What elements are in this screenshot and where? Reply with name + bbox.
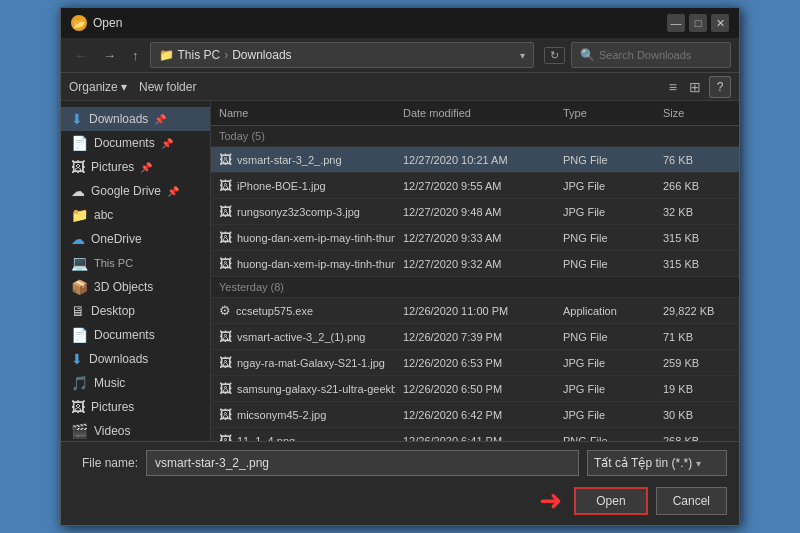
filetype-label: Tất cả Tệp tin (*.*) [594,456,692,470]
open-button[interactable]: Open [574,487,647,515]
file-size: 315 KB [655,227,725,248]
sidebar-label: Videos [94,424,130,438]
sidebar-label: Downloads [89,112,148,126]
3dobjects-icon: 📦 [71,279,88,295]
up-button[interactable]: ↑ [127,46,144,65]
file-row[interactable]: 🖼11_1_4.png 12/26/2020 6:41 PM PNG File … [211,428,739,441]
sidebar-label: Google Drive [91,184,161,198]
sidebar-item-videos[interactable]: 🎬 Videos [61,419,210,441]
file-size: 71 KB [655,326,725,347]
sidebar-item-abc[interactable]: 📁 abc [61,203,210,227]
back-button[interactable]: ← [69,46,92,65]
search-bar[interactable]: 🔍 [571,42,731,68]
file-name: 🖼11_1_4.png [211,430,395,441]
column-size[interactable]: Size [655,105,725,121]
file-name: 🖼ngay-ra-mat-Galaxy-S21-1.jpg [211,352,395,373]
jpg-icon: 🖼 [219,381,232,396]
sidebar-item-downloads2[interactable]: ⬇ Downloads [61,347,210,371]
main-content: ⬇ Downloads 📌 📄 Documents 📌 🖼 Pictures 📌… [61,101,739,441]
column-date[interactable]: Date modified [395,105,555,121]
sidebar-item-documents2[interactable]: 📄 Documents [61,323,210,347]
file-date: 12/26/2020 6:53 PM [395,352,555,373]
filetype-dropdown[interactable]: Tất cả Tệp tin (*.*) ▾ [587,450,727,476]
file-size: 315 KB [655,253,725,274]
column-extra [725,105,739,121]
open-dialog: 📂 Open — □ ✕ ← → ↑ 📁 This PC › Downloads… [60,7,740,526]
sidebar-item-googledrive[interactable]: ☁ Google Drive 📌 [61,179,210,203]
file-size: 268 KB [655,430,725,441]
file-row[interactable]: 🖼rungsonyz3z3comp-3.jpg 12/27/2020 9:48 … [211,199,739,225]
sidebar-item-desktop[interactable]: 🖥 Desktop [61,299,210,323]
sidebar-item-pictures2[interactable]: 🖼 Pictures [61,395,210,419]
maximize-button[interactable]: □ [689,14,707,32]
sidebar-label: Desktop [91,304,135,318]
sidebar-item-downloads-pinned[interactable]: ⬇ Downloads 📌 [61,107,210,131]
sidebar-item-thispc[interactable]: 💻 This PC [61,251,210,275]
search-input[interactable] [599,49,722,61]
breadcrumb: This PC › Downloads [178,48,517,62]
sidebar-label: Documents [94,136,155,150]
help-button[interactable]: ? [709,76,731,98]
dropdown-arrow-icon: ▾ [696,458,701,469]
file-type: JPG File [555,175,655,196]
forward-button[interactable]: → [98,46,121,65]
dialog-icon: 📂 [71,15,87,31]
column-name[interactable]: Name [211,105,395,121]
file-name: 🖼rungsonyz3z3comp-3.jpg [211,201,395,222]
pictures2-icon: 🖼 [71,399,85,415]
file-row[interactable]: 🖼vsmart-active-3_2_(1).png 12/26/2020 7:… [211,324,739,350]
file-row[interactable]: ⚙ccsetup575.exe 12/26/2020 11:00 PM Appl… [211,298,739,324]
file-size: 76 KB [655,149,725,170]
refresh-button[interactable]: ↻ [544,47,565,64]
file-date: 12/27/2020 9:33 AM [395,227,555,248]
sidebar-item-pictures[interactable]: 🖼 Pictures 📌 [61,155,210,179]
organize-button[interactable]: Organize ▾ [69,80,127,94]
file-list-header: Name Date modified Type Size [211,101,739,126]
address-bar[interactable]: 📁 This PC › Downloads ▾ [150,42,535,68]
dialog-title: Open [93,16,122,30]
view-grid-button[interactable]: ⊞ [685,77,705,97]
file-row[interactable]: 🖼iPhone-BOE-1.jpg 12/27/2020 9:55 AM JPG… [211,173,739,199]
sidebar: ⬇ Downloads 📌 📄 Documents 📌 🖼 Pictures 📌… [61,101,211,441]
downloads-icon: ⬇ [71,111,83,127]
file-row[interactable]: 🖼ngay-ra-mat-Galaxy-S21-1.jpg 12/26/2020… [211,350,739,376]
cancel-button[interactable]: Cancel [656,487,727,515]
close-button[interactable]: ✕ [711,14,729,32]
file-row[interactable]: 🖼huong-dan-xem-ip-may-tinh-thumb (2)... … [211,225,739,251]
file-name: 🖼huong-dan-xem-ip-may-tinh-thumb (1)... [211,253,395,274]
folder-icon: 📁 [159,48,174,62]
file-row[interactable]: 🖼huong-dan-xem-ip-may-tinh-thumb (1)... … [211,251,739,277]
jpg-icon: 🖼 [219,355,232,370]
sidebar-item-documents[interactable]: 📄 Documents 📌 [61,131,210,155]
sidebar-item-onedrive[interactable]: ☁ OneDrive [61,227,210,251]
organize-bar: Organize ▾ New folder ≡ ⊞ ? [61,73,739,101]
file-name: 🖼micsonym45-2.jpg [211,404,395,425]
file-type: JPG File [555,352,655,373]
new-folder-button[interactable]: New folder [139,80,196,94]
file-size: 19 KB [655,378,725,399]
jpg-icon: 🖼 [219,407,232,422]
file-type: PNG File [555,227,655,248]
desktop-icon: 🖥 [71,303,85,319]
file-size: 259 KB [655,352,725,373]
exe-icon: ⚙ [219,303,231,318]
file-date: 12/26/2020 6:50 PM [395,378,555,399]
minimize-button[interactable]: — [667,14,685,32]
sidebar-item-3dobjects[interactable]: 📦 3D Objects [61,275,210,299]
sidebar-label: Pictures [91,400,134,414]
file-type: PNG File [555,430,655,441]
file-row[interactable]: 🖼vsmart-star-3_2_.png 12/27/2020 10:21 A… [211,147,739,173]
file-row[interactable]: 🖼micsonym45-2.jpg 12/26/2020 6:42 PM JPG… [211,402,739,428]
file-date: 12/27/2020 10:21 AM [395,149,555,170]
file-row[interactable]: 🖼samsung-galaxy-s21-ultra-geekbench-fa..… [211,376,739,402]
footer: File name: Tất cả Tệp tin (*.*) ▾ ➜ Open… [61,441,739,525]
view-list-button[interactable]: ≡ [665,77,681,97]
address-dropdown-button[interactable]: ▾ [520,50,525,61]
file-date: 12/26/2020 6:41 PM [395,430,555,441]
filename-input[interactable] [146,450,579,476]
column-type[interactable]: Type [555,105,655,121]
file-list: Name Date modified Type Size Today (5) 🖼… [211,101,739,441]
file-name: 🖼vsmart-active-3_2_(1).png [211,326,395,347]
file-name: 🖼vsmart-star-3_2_.png [211,149,395,170]
sidebar-item-music[interactable]: 🎵 Music [61,371,210,395]
